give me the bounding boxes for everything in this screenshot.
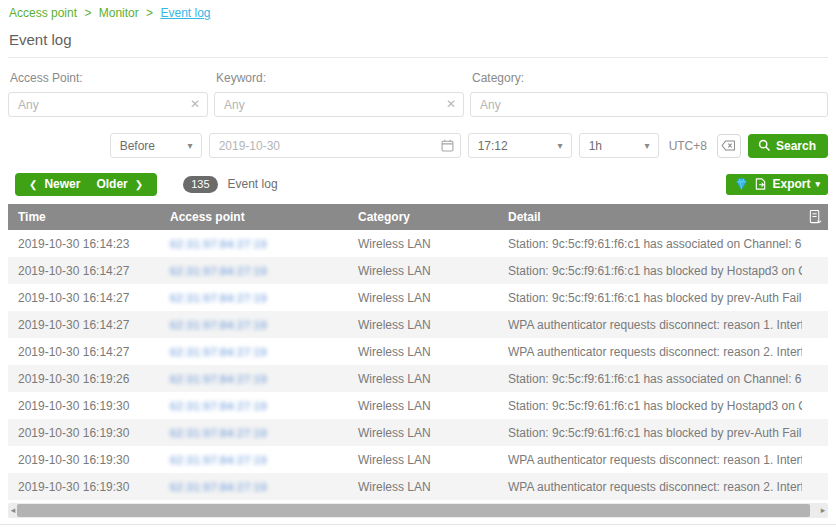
access-point-filter-label: Access Point: [10, 71, 208, 85]
access-point-link-blurred[interactable]: 62:31:97:84:27:19 [170, 319, 267, 331]
chevron-down-icon: ▾ [815, 179, 820, 189]
event-detail: Station: 9c:5c:f9:61:f6:c1 has blocked b… [508, 291, 802, 305]
table-row: 2019-10-30 16:19:26 62:31:97:84:27:19 Wi… [8, 365, 828, 392]
date-input[interactable] [209, 133, 461, 158]
table-body: 2019-10-30 16:14:23 62:31:97:84:27:19 Wi… [8, 230, 828, 500]
newer-button-label: Newer [44, 177, 80, 191]
clear-filters-button[interactable] [717, 134, 741, 158]
keyword-filter-input[interactable] [214, 92, 464, 117]
event-time: 2019-10-30 16:14:27 [18, 291, 170, 305]
event-category: Wireless LAN [358, 237, 508, 251]
newer-older-button-group: ❮ Newer Older ❯ [15, 173, 157, 196]
clear-keyword-icon[interactable]: ✕ [446, 97, 456, 111]
event-time: 2019-10-30 16:19:30 [18, 426, 170, 440]
breadcrumb-separator: > [84, 6, 91, 20]
table-row: 2019-10-30 16:14:27 62:31:97:84:27:19 Wi… [8, 257, 828, 284]
event-detail: WPA authenticator requests disconnect: r… [508, 345, 802, 359]
table-header-row: Time Access point Category Detail [8, 204, 828, 230]
column-header-access-point[interactable]: Access point [170, 210, 358, 224]
time-select-value: 17:12 [478, 139, 508, 153]
event-category: Wireless LAN [358, 291, 508, 305]
event-log-page: Access point > Monitor > Event log Event… [0, 0, 836, 527]
event-detail: WPA authenticator requests disconnect: r… [508, 318, 802, 332]
event-time: 2019-10-30 16:14:23 [18, 237, 170, 251]
backspace-icon [721, 140, 736, 151]
search-button[interactable]: Search [748, 134, 828, 158]
access-point-filter-input[interactable] [8, 92, 208, 117]
event-time: 2019-10-30 16:19:26 [18, 372, 170, 386]
event-category: Wireless LAN [358, 480, 508, 494]
access-point-link-blurred[interactable]: 62:31:97:84:27:19 [170, 265, 267, 277]
event-time: 2019-10-30 16:14:27 [18, 318, 170, 332]
access-point-link-blurred[interactable]: 62:31:97:84:27:19 [170, 427, 267, 439]
event-category: Wireless LAN [358, 318, 508, 332]
time-operator-select[interactable]: Before ▾ [110, 133, 202, 158]
access-point-link-blurred[interactable]: 62:31:97:84:27:19 [170, 292, 267, 304]
date-picker[interactable] [209, 133, 461, 158]
table-row: 2019-10-30 16:19:30 62:31:97:84:27:19 Wi… [8, 473, 828, 500]
event-category: Wireless LAN [358, 426, 508, 440]
event-detail: Station: 9c:5c:f9:61:f6:c1 has blocked b… [508, 399, 802, 413]
column-header-time[interactable]: Time [18, 210, 170, 224]
export-button-label: Export [772, 177, 810, 191]
event-count-caption: Event log [228, 177, 278, 191]
event-detail: WPA authenticator requests disconnect: r… [508, 480, 802, 494]
chevron-down-icon: ▾ [188, 140, 193, 151]
column-header-category[interactable]: Category [358, 210, 508, 224]
search-button-label: Search [776, 139, 816, 153]
event-count-badge: 135 [183, 176, 217, 193]
access-point-link-blurred[interactable]: 62:31:97:84:27:19 [170, 454, 267, 466]
breadcrumb-monitor[interactable]: Monitor [99, 6, 139, 20]
event-category: Wireless LAN [358, 399, 508, 413]
event-detail: Station: 9c:5c:f9:61:f6:c1 has blocked b… [508, 426, 802, 440]
older-button-label: Older [96, 177, 127, 191]
event-detail: Station: 9c:5c:f9:61:f6:c1 has associate… [508, 237, 802, 251]
category-filter-input[interactable] [470, 92, 828, 117]
scrollbar-thumb[interactable] [17, 504, 810, 517]
newer-button[interactable]: ❮ Newer [29, 177, 80, 191]
breadcrumb-separator: > [146, 6, 153, 20]
table-row: 2019-10-30 16:14:23 62:31:97:84:27:19 Wi… [8, 230, 828, 257]
access-point-link-blurred[interactable]: 62:31:97:84:27:19 [170, 481, 267, 493]
page-title: Event log [9, 31, 836, 48]
export-button[interactable]: Export ▾ [726, 174, 828, 195]
access-point-link-blurred[interactable]: 62:31:97:84:27:19 [170, 346, 267, 358]
scroll-right-arrow-icon[interactable]: ▸ [818, 503, 828, 518]
chevron-down-icon: ▾ [558, 140, 563, 151]
export-file-icon [754, 177, 767, 191]
breadcrumb: Access point > Monitor > Event log [0, 0, 836, 20]
category-filter-label: Category: [472, 71, 828, 85]
event-category: Wireless LAN [358, 372, 508, 386]
table-row: 2019-10-30 16:19:30 62:31:97:84:27:19 Wi… [8, 392, 828, 419]
table-row: 2019-10-30 16:14:27 62:31:97:84:27:19 Wi… [8, 284, 828, 311]
toolbar: ❮ Newer Older ❯ 135 Event log Export ▾ [8, 172, 828, 196]
event-detail: Station: 9c:5c:f9:61:f6:c1 has associate… [508, 372, 802, 386]
column-header-detail[interactable]: Detail [508, 210, 802, 224]
event-detail: WPA authenticator requests disconnect: r… [508, 453, 802, 467]
breadcrumb-access-point[interactable]: Access point [9, 6, 77, 20]
time-operator-value: Before [120, 139, 155, 153]
breadcrumb-event-log-link[interactable]: Event log [160, 6, 210, 20]
event-time: 2019-10-30 16:14:27 [18, 264, 170, 278]
search-icon [758, 139, 771, 152]
access-point-link-blurred[interactable]: 62:31:97:84:27:19 [170, 238, 267, 250]
access-point-link-blurred[interactable]: 62:31:97:84:27:19 [170, 400, 267, 412]
event-category: Wireless LAN [358, 264, 508, 278]
clear-access-point-icon[interactable]: ✕ [190, 97, 200, 111]
table-row: 2019-10-30 16:14:27 62:31:97:84:27:19 Wi… [8, 311, 828, 338]
time-select[interactable]: 17:12 ▾ [468, 133, 572, 158]
column-selector-icon [808, 209, 823, 225]
column-settings-button[interactable] [802, 204, 828, 230]
chevron-down-icon: ▾ [645, 140, 650, 151]
event-detail: Station: 9c:5c:f9:61:f6:c1 has blocked b… [508, 264, 802, 278]
older-button[interactable]: Older ❯ [96, 177, 143, 191]
chevron-right-icon: ❯ [135, 179, 143, 190]
duration-select[interactable]: 1h ▾ [579, 133, 659, 158]
access-point-link-blurred[interactable]: 62:31:97:84:27:19 [170, 373, 267, 385]
table-row: 2019-10-30 16:19:30 62:31:97:84:27:19 Wi… [8, 419, 828, 446]
gem-icon [734, 177, 749, 191]
table-row: 2019-10-30 16:14:27 62:31:97:84:27:19 Wi… [8, 338, 828, 365]
horizontal-scrollbar[interactable]: ◂ ▸ [8, 503, 828, 518]
calendar-icon[interactable] [441, 139, 454, 152]
event-time: 2019-10-30 16:14:27 [18, 345, 170, 359]
